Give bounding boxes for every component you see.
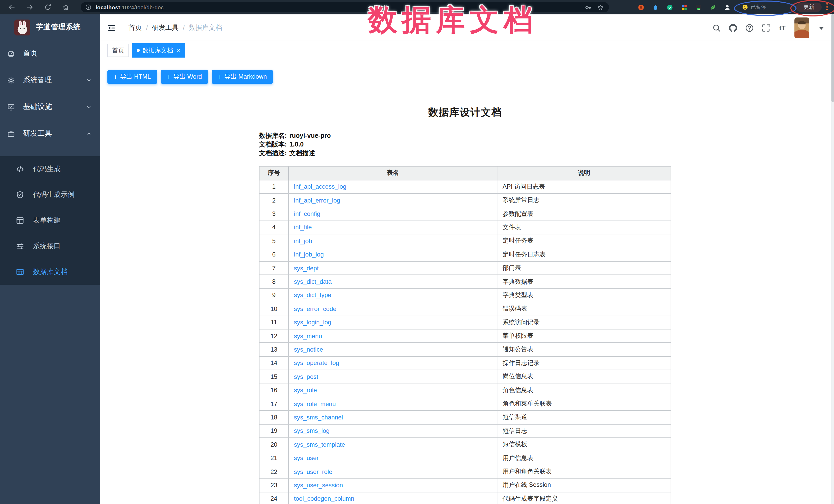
help-icon[interactable] [745,23,754,32]
star-icon[interactable] [597,4,604,10]
table-name-link[interactable]: sys_sms_template [294,441,345,448]
breadcrumb-item[interactable]: 研发工具 [152,23,179,32]
table-name-cell: sys_user_role [288,465,497,479]
table-name-cell: inf_config [288,207,497,221]
row-number: 10 [259,302,288,315]
table-name-link[interactable]: sys_menu [294,332,322,339]
table-name-cell: sys_notice [288,343,497,356]
green-check-extension-icon[interactable] [666,4,673,10]
table-name-link[interactable]: inf_api_error_log [294,197,340,204]
table-name-link[interactable]: sys_error_code [294,305,336,312]
sidebar-item-首页[interactable]: 首页 [0,40,100,67]
table-name-link[interactable]: inf_api_access_log [294,183,346,191]
search-icon[interactable] [712,23,721,32]
page-scrollbar[interactable] [831,15,834,504]
sidebar-subitem-系统接口[interactable]: 系统接口 [0,233,100,259]
rabbit-logo-icon [15,19,30,35]
table-name-link[interactable]: sys_operate_log [294,359,339,367]
doc-meta-line: 文档版本:1.0.0 [259,140,671,149]
white-person-extension-icon[interactable] [724,4,731,10]
caret-down-icon[interactable] [817,23,826,32]
fullscreen-icon[interactable] [762,23,770,32]
table-name-link[interactable]: sys_user_session [294,482,343,489]
tab-数据库文档[interactable]: 数据库文档× [132,43,185,58]
sidebar-subitem-label: 系统接口 [33,242,61,251]
row-number: 11 [259,315,288,329]
sidebar-subitem-表单构建[interactable]: 表单构建 [0,208,100,233]
app-logo[interactable]: 芋道管理系统 [0,15,100,40]
plus-icon: + [218,73,222,81]
table-name-link[interactable]: sys_user [294,454,319,462]
table-name-link[interactable]: sys_sms_log [294,428,330,435]
table-name-link[interactable]: inf_file [294,224,312,231]
export-button-0[interactable]: +导出 HTML [107,70,157,84]
table-row: 23sys_user_session用户在线 Session [259,478,671,492]
table-name-link[interactable]: sys_dict_data [294,278,332,285]
browser-menu-icon[interactable] [826,3,828,10]
breadcrumb: 首页/研发工具/数据库文档 [129,23,222,32]
reload-icon[interactable] [44,4,51,11]
blue-drop-extension-icon[interactable] [652,4,659,10]
table-name-link[interactable]: sys_notice [294,346,323,353]
forward-icon[interactable] [26,4,34,11]
color-grid-extension-icon[interactable] [681,4,687,10]
table-name-link[interactable]: sys_dict_type [294,292,331,299]
row-number: 22 [259,465,288,479]
on-badge-extension-icon[interactable]: on [695,4,702,10]
monitor-icon [7,103,15,111]
sidebar-subitem-数据库文档[interactable]: 数据库文档 [0,259,100,285]
table-name-link[interactable]: inf_job_log [294,251,324,258]
table-name-link[interactable]: sys_dept [294,264,319,272]
export-button-2[interactable]: +导出 Markdown [212,70,273,84]
sidebar-subitem-代码生成[interactable]: 代码生成 [0,156,100,182]
table-desc-cell: 短信日志 [497,424,671,438]
table-name-link[interactable]: sys_post [294,373,319,380]
table-name-link[interactable]: sys_login_log [294,319,331,326]
table-name-cell: sys_login_log [288,315,497,329]
table-name-cell: inf_job_log [288,248,497,261]
sidebar-item-基础设施[interactable]: 基础设施 [0,93,100,120]
key-icon[interactable] [585,4,591,10]
sidebar-item-研发工具[interactable]: 研发工具 [0,120,100,147]
table-name-link[interactable]: sys_user_role [294,468,332,475]
table-row: 18sys_sms_channel短信渠道 [259,411,671,424]
tab-首页[interactable]: 首页 [107,44,129,57]
collapse-sidebar-icon[interactable] [106,23,117,32]
scrollbar-thumb[interactable] [831,15,834,102]
info-icon[interactable] [85,4,91,10]
sidebar-subitem-代码生成示例[interactable]: 代码生成示例 [0,182,100,208]
table-name-link[interactable]: sys_role_menu [294,400,336,408]
table-desc-cell: 系统访问记录 [497,315,671,329]
font-size-icon[interactable]: tT [778,23,787,32]
sidebar-menu: 首页系统管理基础设施研发工具 [0,40,100,147]
table-name-link[interactable]: tool_codegen_column [294,495,354,502]
user-avatar[interactable] [794,17,809,38]
sidebar: 芋道管理系统 首页系统管理基础设施研发工具 代码生成代码生成示例表单构建系统接口… [0,15,100,504]
export-button-1[interactable]: +导出 Word [160,70,208,84]
sidebar-item-系统管理[interactable]: 系统管理 [0,67,100,93]
home-icon[interactable] [62,4,69,11]
orange-ball-extension-icon[interactable] [638,4,644,10]
meta-value: 文档描述 [289,150,315,157]
row-number: 23 [259,478,288,492]
table-name-cell: sys_error_code [288,302,497,315]
browser-update-button[interactable]: 更新 [796,3,822,12]
table-name-link[interactable]: inf_config [294,210,321,217]
table-name-link[interactable]: sys_role [294,387,317,394]
back-icon[interactable] [8,4,16,11]
table-row: 17sys_role_menu角色和菜单关联表 [259,397,671,411]
row-number: 21 [259,451,288,465]
header-tools: tT [712,17,834,38]
green-leaf-extension-icon[interactable] [710,4,716,10]
close-tab-icon[interactable]: × [177,47,180,53]
extension-paused-badge[interactable]: 已暂停 [739,3,770,12]
tab-label: 首页 [112,46,124,55]
table-row: 21sys_user用户信息表 [259,451,671,465]
breadcrumb-item[interactable]: 首页 [129,23,142,32]
tab-label: 数据库文档 [142,46,173,55]
github-icon[interactable] [729,23,738,32]
row-number: 8 [259,275,288,289]
table-name-link[interactable]: inf_job [294,238,312,245]
row-number: 12 [259,329,288,343]
table-name-link[interactable]: sys_sms_channel [294,414,343,421]
